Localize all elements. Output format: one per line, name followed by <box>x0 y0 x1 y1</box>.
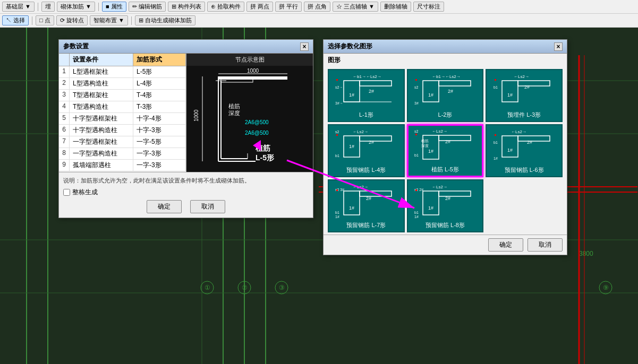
svg-rect-87 <box>518 136 550 141</box>
svg-text:s2: s2 <box>414 85 419 89</box>
dimension-btn[interactable]: 尺寸标注 <box>413 2 444 12</box>
svg-text:植筋: 植筋 <box>421 139 429 143</box>
pick-component-btn[interactable]: ⊕ 拾取构件 <box>207 2 244 12</box>
select-dialog: 选择参数化图形 × 图形 ←b1→←Ls2→ s2→ 2# 1# 3#→ <box>323 39 567 255</box>
params-dialog-title: 参数设置 × <box>59 40 313 54</box>
table-row[interactable]: 7 一字型遇框架柱 一字-5形 <box>59 136 186 148</box>
select-btn[interactable]: ↖ 选择 <box>2 15 29 25</box>
svg-text:←Ls2→: ←Ls2→ <box>353 185 368 189</box>
table-row[interactable]: 4 T型遇构造柱 T-3形 <box>59 101 186 113</box>
svg-text:2#: 2# <box>527 140 532 145</box>
svg-rect-44 <box>344 81 360 102</box>
base-layer-btn[interactable]: 基础层 ▼ <box>2 2 35 12</box>
svg-text:2#: 2# <box>369 89 374 94</box>
svg-rect-77 <box>439 135 471 141</box>
toolbar2: ↖ 选择 □ 点 ⟳ 旋转点 智能布置 ▼ ⊞ 自动生成砌体加筋 <box>0 14 638 28</box>
td-condition: 十字型遇框架柱 <box>70 113 133 124</box>
params-dialog: 参数设置 × 设置条件 加筋形式 1 L型遇框架柱 L-5形 2 L型遇构造柱 … <box>58 39 313 218</box>
svg-text:3#: 3# <box>414 101 419 105</box>
select-dialog-title: 选择参数化图形 × <box>324 40 567 54</box>
preview-panel: 节点示意图 1000 植筋 深度 <box>186 54 313 172</box>
shape-item-l4[interactable]: s2 ←Ls2→ 2# 1# b1 预留钢筋 L-4形 <box>328 124 405 177</box>
params-body: 设置条件 加筋形式 1 L型遇框架柱 L-5形 2 L型遇构造柱 L-4形 3 … <box>59 54 313 172</box>
shape-item-l8[interactable]: ←Ls2→ s2 2# 2# b1 1# 1# 预留钢筋 L-8形 <box>407 179 484 232</box>
svg-text:2#: 2# <box>445 196 450 201</box>
td-num: 8 <box>59 148 70 159</box>
batch-generate-checkbox[interactable] <box>63 189 70 196</box>
svg-text:1#: 1# <box>349 92 354 98</box>
shape-l8-svg: ←Ls2→ s2 2# 2# b1 1# 1# <box>413 183 477 220</box>
params-ok-btn[interactable]: 确定 <box>147 200 182 213</box>
table-row[interactable]: 9 孤墙端部遇柱 一字-3形 <box>59 160 186 171</box>
svg-text:2#: 2# <box>524 84 530 90</box>
svg-text:←Ls2→: ←Ls2→ <box>353 129 368 134</box>
shape-label-l4: 预留钢筋 L-4形 <box>346 166 386 174</box>
table-row[interactable]: 8 一字型遇构造柱 一字-3形 <box>59 148 186 160</box>
shapes-section-title: 图形 <box>324 54 567 67</box>
point-btn[interactable]: □ 点 <box>36 15 54 25</box>
sep3 <box>32 16 32 25</box>
point-angle-btn[interactable]: 拼 点角 <box>304 2 330 12</box>
svg-text:②: ② <box>242 284 248 291</box>
svg-text:1#: 1# <box>507 92 513 98</box>
shape-item-l5[interactable]: s2 ←Ls2→ 植筋 深度 2# 1# b1 植筋 L-5形 <box>407 124 484 177</box>
td-condition: 十字型遇构造柱 <box>70 125 133 136</box>
params-close-btn[interactable]: × <box>300 42 309 51</box>
svg-rect-86 <box>502 136 518 157</box>
shape-label-l3: 预埋件 L-3形 <box>507 111 541 119</box>
td-style: L-5形 <box>133 66 186 77</box>
svg-text:深度: 深度 <box>421 144 429 148</box>
table-row[interactable]: 5 十字型遇框架柱 十字-4形 <box>59 113 186 125</box>
shape-item-l1[interactable]: ←b1→←Ls2→ s2→ 2# 1# 3#→ L-1形 <box>328 69 405 122</box>
parallel-btn[interactable]: 拼 平行 <box>275 2 302 12</box>
edit-rebar-btn[interactable]: ✏ 编辑钢筋 <box>129 2 166 12</box>
svg-text:植筋: 植筋 <box>228 103 240 109</box>
svg-text:b1: b1 <box>494 141 498 144</box>
bury-btn[interactable]: 埋 <box>41 2 55 12</box>
shape-svg-l4: s2 ←Ls2→ 2# 1# b1 <box>331 127 402 165</box>
shape-item-l3[interactable]: ←Ls2→ b1 2# 1# 预埋件 L-3形 <box>486 69 563 122</box>
svg-text:2#: 2# <box>366 196 371 201</box>
params-desc: 说明：加筋形式允许为空，此时在满足该设置条件时将不生成砌体加筋。 <box>63 177 309 185</box>
svg-rect-83 <box>415 134 417 135</box>
preview-title: 节点示意图 <box>186 54 313 66</box>
table-row[interactable]: 1 L型遇框架柱 L-5形 <box>59 66 186 78</box>
svg-text:←b1→←Ls2→: ←b1→←Ls2→ <box>353 74 381 79</box>
select-cancel-btn[interactable]: 取消 <box>528 238 563 252</box>
table-row[interactable]: 6 十字型遇构造柱 十字-3形 <box>59 125 186 136</box>
two-point-btn[interactable]: 拼 两点 <box>246 2 273 12</box>
svg-rect-103 <box>423 191 439 215</box>
shape-l5-svg: s2 ←Ls2→ 植筋 深度 2# 1# b1 <box>413 127 477 164</box>
svg-rect-65 <box>495 79 496 81</box>
svg-rect-54 <box>439 81 471 86</box>
svg-text:b1: b1 <box>414 211 419 214</box>
shape-item-l2[interactable]: ←b1→←Ls2→ s2 2# 1# 3# L-2形 <box>407 69 484 122</box>
select-ok-btn[interactable]: 确定 <box>488 238 523 252</box>
svg-text:b1: b1 <box>335 154 339 158</box>
property-btn[interactable]: ■ 属性 <box>102 2 126 12</box>
auto-generate-btn[interactable]: ⊞ 自动生成砌体加筋 <box>135 15 195 25</box>
svg-text:b1: b1 <box>414 153 419 157</box>
smart-layout-btn[interactable]: 智能布置 ▼ <box>90 15 128 25</box>
toolbar1: 基础层 ▼ 埋 砌体加筋 ▼ ■ 属性 ✏ 编辑钢筋 ⊞ 构件列表 ⊕ 拾取构件… <box>0 0 638 14</box>
shape-label-l6: 预留钢筋 L-6形 <box>505 166 544 174</box>
svg-rect-109 <box>415 189 417 191</box>
params-cancel-btn[interactable]: 取消 <box>190 200 225 213</box>
svg-rect-62 <box>518 81 550 86</box>
shape-item-l6[interactable]: ←Ls2→ b1 2# 1# 1# 预留钢筋 L-6形 <box>486 124 563 177</box>
svg-text:←Ls2→: ←Ls2→ <box>514 74 529 79</box>
select-close-btn[interactable]: × <box>554 42 563 51</box>
masonry-rebar-btn[interactable]: 砌体加筋 ▼ <box>57 2 95 12</box>
shape-item-l7[interactable]: ←Ls2→ s2 3# 2# 1# b1 1# 预留钢筋 L-7形 <box>328 179 405 232</box>
three-point-btn[interactable]: ☆ 三点辅轴 ▼ <box>333 2 378 12</box>
component-list-btn[interactable]: ⊞ 构件列表 <box>168 2 205 12</box>
td-condition: T型遇构造柱 <box>70 101 133 112</box>
th-style: 加筋形式 <box>133 54 186 66</box>
table-row[interactable]: 2 L型遇构造柱 L-4形 <box>59 78 186 90</box>
delete-axis-btn[interactable]: 删除辅轴 <box>380 2 411 12</box>
rotate-point-btn[interactable]: ⟳ 旋转点 <box>56 15 88 25</box>
shape-l6-svg: ←Ls2→ b1 2# 1# 1# <box>492 128 556 165</box>
shape-label-l8: 预留钢筋 L-8形 <box>426 221 465 229</box>
svg-rect-104 <box>439 191 471 196</box>
table-row[interactable]: 3 T型遇框架柱 T-4形 <box>59 90 186 101</box>
